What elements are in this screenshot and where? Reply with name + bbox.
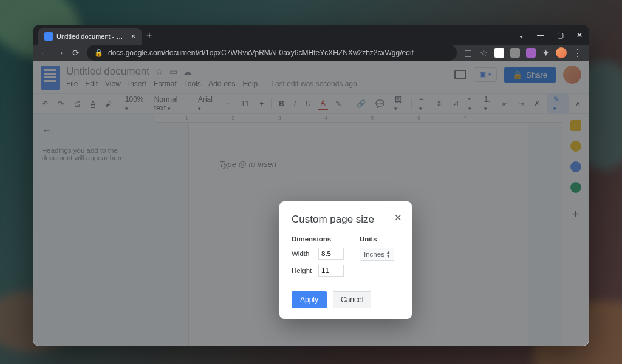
editing-mode-button[interactable]: ✎ ▾ — [547, 93, 569, 114]
browser-tab-active[interactable]: Untitled document - Google Docs × — [38, 28, 142, 45]
menu-help[interactable]: Help — [243, 79, 258, 88]
address-bar: ← → ⟳ 🔒 docs.google.com/document/d/1opxC… — [33, 45, 589, 61]
browser-titlebar: Untitled document - Google Docs × + ⌄ — … — [33, 25, 589, 45]
units-label: Units — [360, 235, 394, 243]
menu-file[interactable]: File — [66, 79, 78, 88]
url-input[interactable]: 🔒 docs.google.com/document/d/1opxC7WNvxV… — [87, 45, 457, 61]
paragraph-style-select[interactable]: Normal text ▾ — [154, 95, 188, 112]
lock-icon: 🔒 — [94, 49, 103, 57]
print-button[interactable]: 🖨 — [71, 98, 83, 109]
zoom-select[interactable]: 100% ▾ — [125, 95, 144, 112]
font-family-select[interactable]: Arial ▾ — [198, 95, 214, 112]
cancel-button[interactable]: Cancel — [333, 291, 371, 308]
share-button[interactable]: 🔒 Share — [504, 67, 556, 83]
units-select[interactable]: Inches ▴▾ — [360, 248, 394, 261]
tasks-icon[interactable] — [570, 141, 581, 152]
comments-icon[interactable] — [454, 70, 466, 79]
font-size-increase[interactable]: + — [257, 98, 266, 109]
close-dialog-button[interactable]: ✕ — [394, 212, 402, 223]
redo-button[interactable]: ↷ — [55, 98, 66, 109]
bullet-list-button[interactable]: • ▾ — [466, 94, 477, 113]
highlight-button[interactable]: ✎ — [333, 98, 344, 109]
install-app-icon[interactable]: ⬚ — [463, 48, 473, 58]
browser-window: Untitled document - Google Docs × + ⌄ — … — [33, 25, 589, 346]
account-avatar-icon[interactable] — [563, 66, 581, 84]
spellcheck-button[interactable]: A̲ — [88, 98, 98, 109]
chevron-down-icon[interactable]: ⌄ — [517, 31, 525, 39]
underline-button[interactable]: U — [303, 98, 313, 109]
stepper-icon: ▴▾ — [387, 250, 390, 258]
docs-logo-icon[interactable] — [41, 66, 60, 90]
dimensions-label: Dimensions — [292, 235, 344, 243]
close-window-button[interactable]: ✕ — [575, 31, 584, 39]
checklist-button[interactable]: ☑ — [449, 98, 461, 109]
share-label: Share — [526, 70, 547, 79]
collapse-toolbar-icon[interactable]: ʌ — [573, 98, 583, 109]
horizontal-ruler[interactable]: 1 2 3 4 5 6 7 — [155, 114, 562, 123]
outline-pane: ← Headings you add to the document will … — [33, 114, 155, 346]
outline-collapse-icon[interactable]: ← — [42, 125, 146, 136]
star-icon[interactable]: ☆ — [156, 67, 163, 76]
width-input[interactable] — [318, 248, 344, 260]
font-size-input[interactable]: 11 — [238, 99, 252, 108]
add-comment-button[interactable]: 💬 — [373, 98, 387, 109]
menu-view[interactable]: View — [105, 79, 121, 88]
browser-menu-icon[interactable]: ⋮ — [573, 47, 583, 59]
reload-button[interactable]: ⟳ — [71, 48, 81, 58]
maps-icon[interactable] — [570, 182, 581, 193]
docs-app: Untitled document ☆ ▭ ☁ File Edit View I… — [33, 61, 589, 346]
present-button[interactable]: ▣▾ — [474, 67, 497, 82]
extensions-puzzle-icon[interactable]: ✦ — [542, 47, 550, 59]
bookmark-star-icon[interactable]: ☆ — [479, 48, 488, 58]
side-panel: + — [562, 114, 589, 346]
back-button[interactable]: ← — [39, 48, 49, 58]
minimize-button[interactable]: — — [536, 31, 545, 39]
cloud-status-icon[interactable]: ☁ — [183, 67, 192, 76]
extension-1-icon[interactable] — [494, 48, 504, 58]
toolbar: ↶ ↷ 🖨 A̲ 🖌 100% ▾ Normal text ▾ Arial ▾ … — [33, 93, 589, 114]
font-size-decrease[interactable]: − — [224, 98, 233, 109]
keep-icon[interactable] — [570, 120, 581, 131]
menu-tools[interactable]: Tools — [184, 79, 201, 88]
italic-button[interactable]: I — [292, 98, 298, 109]
height-label: Height — [292, 267, 313, 274]
menu-insert[interactable]: Insert — [128, 79, 146, 88]
extension-icons: ✦ ⋮ — [494, 47, 583, 59]
align-button[interactable]: ≡ ▾ — [417, 94, 429, 113]
tab-title: Untitled document - Google Docs — [56, 33, 125, 40]
new-tab-button[interactable]: + — [146, 30, 152, 41]
menu-bar: File Edit View Insert Format Tools Add-o… — [66, 79, 448, 88]
clear-formatting-button[interactable]: ✗ — [531, 98, 542, 109]
document-title[interactable]: Untitled document — [66, 66, 149, 78]
menu-addons[interactable]: Add-ons — [208, 79, 236, 88]
lock-icon: 🔒 — [513, 70, 522, 79]
docs-favicon-icon — [44, 32, 53, 41]
contacts-icon[interactable] — [570, 161, 581, 172]
extension-2-icon[interactable] — [510, 48, 520, 58]
menu-format[interactable]: Format — [154, 79, 177, 88]
menu-edit[interactable]: Edit — [85, 79, 98, 88]
text-color-button[interactable]: A — [318, 98, 328, 110]
url-text: docs.google.com/document/d/1opxC7WNvxVpR… — [108, 49, 414, 57]
undo-button[interactable]: ↶ — [39, 98, 50, 109]
line-spacing-button[interactable]: ⇕ — [434, 98, 445, 109]
insert-image-button[interactable]: 🖼 ▾ — [392, 94, 406, 113]
apply-button[interactable]: Apply — [292, 291, 327, 308]
forward-button[interactable]: → — [55, 48, 65, 58]
outline-hint: Headings you add to the document will ap… — [42, 147, 146, 161]
window-controls: ⌄ — ▢ ✕ — [517, 31, 584, 39]
get-addons-icon[interactable]: + — [572, 207, 579, 221]
close-tab-icon[interactable]: × — [131, 32, 135, 41]
profile-avatar-icon[interactable] — [556, 47, 567, 58]
numbered-list-button[interactable]: 1. ▾ — [482, 94, 496, 113]
bold-button[interactable]: B — [276, 98, 287, 109]
last-edit-link[interactable]: Last edit was seconds ago — [271, 79, 357, 88]
move-icon[interactable]: ▭ — [169, 67, 177, 76]
maximize-button[interactable]: ▢ — [556, 31, 564, 39]
extension-3-icon[interactable] — [526, 48, 536, 58]
insert-link-button[interactable]: 🔗 — [354, 98, 368, 109]
paint-format-button[interactable]: 🖌 — [103, 98, 115, 109]
indent-decrease-button[interactable]: ⇤ — [500, 98, 511, 109]
height-input[interactable] — [318, 265, 344, 277]
indent-increase-button[interactable]: ⇥ — [516, 98, 527, 109]
